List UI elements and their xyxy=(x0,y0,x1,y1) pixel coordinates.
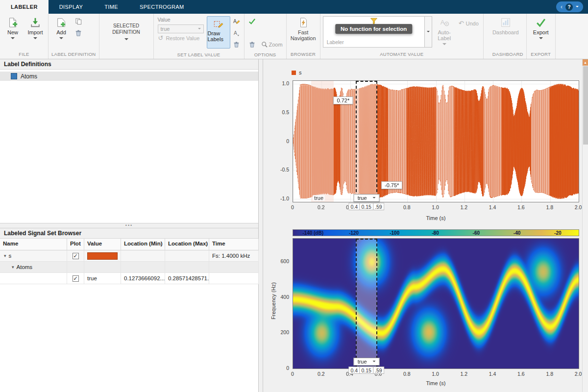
section-automate-value: No function for selection Labeler A Auto… xyxy=(320,14,484,59)
vertical-splitter[interactable] xyxy=(259,59,263,392)
zoom-button[interactable]: Zoom xyxy=(260,40,283,49)
time-plot-xlabel: Time (s) xyxy=(293,215,579,221)
chevron-down-icon xyxy=(427,31,430,34)
cell-name[interactable]: ▾ Atoms xyxy=(0,262,67,273)
restore-value-button[interactable]: ↺ Restore Value xyxy=(158,35,204,41)
time-plot[interactable]: true 0.72* -0.75* true 0.4 0.15 .59 xyxy=(293,80,579,202)
axis-tick-label: -140 (dB) xyxy=(302,230,323,236)
selection-region[interactable] xyxy=(356,239,377,368)
selection-end-box[interactable]: .59 xyxy=(373,203,384,210)
svg-text:A: A xyxy=(234,30,237,36)
time-plot-legend: s xyxy=(292,70,302,75)
tab-spectrogram[interactable]: SPECTROGRAM xyxy=(129,0,195,14)
region-value-chip[interactable]: true xyxy=(313,195,325,201)
import-button-label: Import xyxy=(27,29,43,35)
selection-start-box[interactable]: 0.4 xyxy=(348,203,360,210)
duplicate-definition-button[interactable] xyxy=(74,17,83,25)
dashboard-button[interactable]: Dashboard xyxy=(491,15,520,36)
plot-checkbox[interactable]: ✓ xyxy=(73,253,79,259)
auto-label-button[interactable]: A Auto-Label xyxy=(432,15,457,48)
label-definitions-header: Label Definitions xyxy=(0,59,258,70)
delete-label-button[interactable] xyxy=(232,40,242,49)
selection-end-box[interactable]: .59 xyxy=(373,367,384,374)
section-selected-definition-label xyxy=(99,51,153,59)
column-location-min[interactable]: Location (Min) xyxy=(121,239,165,250)
label-text-button[interactable]: A xyxy=(232,28,242,37)
column-name[interactable]: Name xyxy=(0,239,67,250)
selection-value-boxes: 0.4 0.15 .59 xyxy=(349,367,384,374)
cell-name[interactable]: ▾ s xyxy=(0,250,67,262)
new-button-label: New xyxy=(7,29,18,35)
left-panel: Label Definitions Atoms ••• Labeled Sign… xyxy=(0,59,259,392)
edit-label-value-button[interactable]: A xyxy=(232,17,242,25)
help-button[interactable]: ‹ ? xyxy=(556,1,583,12)
tab-display[interactable]: DISPLAY xyxy=(49,0,94,14)
no-function-tooltip: No function for selection xyxy=(335,24,412,34)
automation-gallery[interactable]: No function for selection Labeler xyxy=(323,16,425,48)
table-row-signal-s[interactable]: ▾ s ✓ Fs: 1.4000 kHz xyxy=(0,250,258,262)
new-button[interactable]: New xyxy=(1,15,24,42)
scroll-up-button[interactable]: ▲ xyxy=(583,59,588,66)
expand-caret-icon[interactable]: ▾ xyxy=(12,265,14,270)
labeled-region-true[interactable]: true xyxy=(311,81,334,202)
tab-labeler[interactable]: LABELER xyxy=(0,0,49,14)
tab-time[interactable]: TIME xyxy=(94,0,129,14)
add-button-label: Add xyxy=(56,29,66,35)
selected-definition-dropdown[interactable]: SELECTED DEFINITION xyxy=(102,17,151,48)
undo-button[interactable]: ↶ Undo xyxy=(459,21,479,26)
label-value-dropdown[interactable]: true xyxy=(354,194,380,202)
table-row-atoms[interactable]: ▾ Atoms xyxy=(0,262,258,273)
spectrogram-canvas[interactable] xyxy=(293,239,579,368)
signal-color-swatch[interactable] xyxy=(87,252,118,260)
add-definition-button[interactable]: Add xyxy=(50,15,73,42)
import-button[interactable]: Import xyxy=(24,15,47,42)
labeled-signal-set-browser: Labeled Signal Set Browser Name Plot Val… xyxy=(0,228,258,284)
cell-location-min[interactable]: 0.1273666092... xyxy=(121,273,165,284)
cell-value[interactable]: true xyxy=(84,273,121,284)
column-time[interactable]: Time xyxy=(209,239,259,250)
vertical-scrollbar[interactable]: ▲ xyxy=(582,59,588,392)
axis-tick-label: 1.8 xyxy=(546,371,553,377)
cell-time: Fs: 1.4000 kHz xyxy=(209,250,259,262)
add-label-icon xyxy=(55,17,67,28)
column-value[interactable]: Value xyxy=(84,239,121,250)
restore-value-label: Restore Value xyxy=(166,35,199,41)
chevron-down-icon xyxy=(33,37,37,41)
axis-tick-label: 1.0 xyxy=(282,80,289,86)
selection-duration-box[interactable]: 0.15 xyxy=(359,203,373,210)
section-dashboard: Dashboard DASHBOARD xyxy=(490,14,527,59)
fast-navigation-button[interactable]: Fast Navigation xyxy=(288,15,318,41)
accept-label-button[interactable] xyxy=(247,17,257,25)
scrollbar-thumb[interactable] xyxy=(583,66,588,145)
chevron-down-icon xyxy=(373,197,376,200)
section-set-label-value: Value true ↺ Restore Value Draw Labels xyxy=(154,14,245,59)
draw-labels-toggle[interactable]: Draw Labels xyxy=(207,16,230,49)
delete-region-button[interactable] xyxy=(247,40,257,49)
spectrogram-plot[interactable]: true 0.4 0.15 .59 xyxy=(293,238,579,369)
table-row-label-instance[interactable]: ✓ true 0.1273666092... 0.28571428571... xyxy=(0,273,258,284)
gallery-expand-button[interactable] xyxy=(425,16,432,48)
chevron-down-icon xyxy=(442,43,446,47)
axis-tick-label: -80 xyxy=(432,230,439,236)
value-caption: Value xyxy=(158,17,204,23)
label-value-dropdown[interactable]: true xyxy=(354,358,380,366)
column-plot[interactable]: Plot xyxy=(67,239,84,250)
section-dashboard-label: DASHBOARD xyxy=(490,51,526,59)
plot-checkbox[interactable]: ✓ xyxy=(73,275,79,282)
horizontal-splitter[interactable]: ••• xyxy=(0,223,258,228)
delete-definition-button[interactable] xyxy=(74,28,83,37)
axis-tick-label: 2.0 xyxy=(575,204,582,210)
selection-start-box[interactable]: 0.4 xyxy=(348,367,360,374)
selection-duration-box[interactable]: 0.15 xyxy=(359,367,373,374)
section-file-label: FILE xyxy=(0,51,48,59)
expand-caret-icon[interactable]: ▾ xyxy=(4,253,6,258)
value-dropdown[interactable]: true xyxy=(158,24,204,33)
column-location-max[interactable]: Location (Max) xyxy=(165,239,209,250)
label-definition-item-atoms[interactable]: Atoms xyxy=(0,72,258,81)
selection-value-boxes: 0.4 0.15 .59 xyxy=(349,203,384,210)
cell-location-max[interactable]: 0.28571428571... xyxy=(165,273,209,284)
dropdown-value: true xyxy=(358,195,367,201)
selection-region[interactable] xyxy=(356,81,377,202)
main-area: Label Definitions Atoms ••• Labeled Sign… xyxy=(0,59,588,392)
export-button[interactable]: Export xyxy=(528,15,554,42)
